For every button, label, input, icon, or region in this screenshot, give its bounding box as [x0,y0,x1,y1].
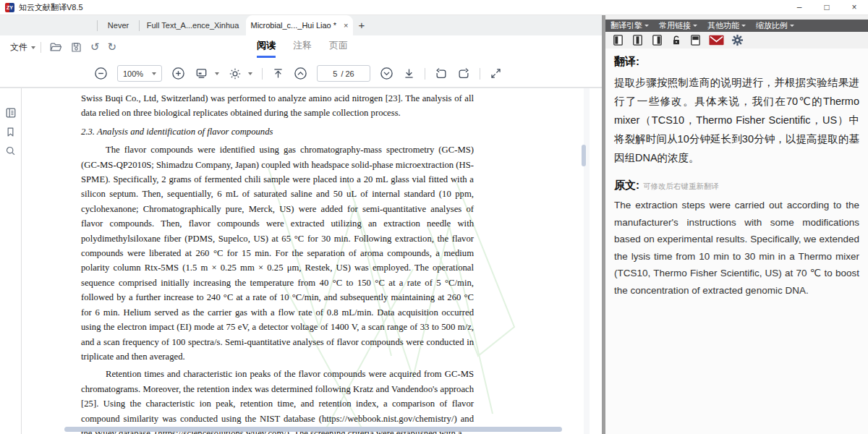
panel-menu-bar: 翻译引擎 常用链接 其他功能 缩放比例 [605,20,868,32]
horizontal-scrollbar-thumb[interactable] [64,427,562,432]
fullscreen-icon[interactable] [490,67,502,80]
file-menu-label: 文件 [10,41,27,54]
rotate-right-icon[interactable] [457,67,470,80]
split-view-icon[interactable] [689,34,702,46]
zoom-level-dropdown[interactable]: 100% [117,65,162,82]
menu-other-functions[interactable]: 其他功能 [707,20,746,31]
menu-translation-engine[interactable]: 翻译引擎 [610,20,649,31]
close-button[interactable]: × [841,0,868,14]
chevron-down-icon [248,72,252,75]
window-controls: – □ × [786,0,868,14]
page-total: / 26 [341,69,354,78]
original-label: 原文:可修改后右键重新翻译 [614,179,859,192]
panel-icon-row [605,32,868,48]
zoom-out-icon[interactable] [94,67,108,80]
chevron-down-icon [31,46,35,49]
layout-right-icon[interactable] [651,34,663,46]
layout-center-icon[interactable] [631,34,644,46]
open-file-icon[interactable] [49,41,62,54]
thumbnails-icon[interactable] [5,107,17,119]
scroll-to-top-icon[interactable] [272,67,284,80]
translation-panel: 翻译引擎 常用链接 其他功能 缩放比例 [605,15,868,434]
menu-row: 文件 ↺ ↻ 阅读 注释 页面 [0,35,605,60]
menu-label: 翻译引擎 [610,20,642,31]
paragraph[interactable]: The flavor compounds were identified usi… [81,142,474,364]
redo-icon[interactable]: ↻ [108,42,117,53]
divider [262,68,263,80]
translation-text: 提取步骤按照制造商的说明进行，并根据实验结果进行了一些修改。具体来说，我们在70… [614,73,859,167]
original-label-text: 原文: [614,179,639,191]
translation-label: 翻译: [614,55,859,69]
tab-annotate[interactable]: 注释 [293,39,312,58]
original-hint: 可修改后右键重新翻译 [643,182,719,190]
menu-label: 缩放比例 [756,20,788,31]
original-text[interactable]: The extraction steps were carried out ac… [614,197,859,299]
undo-icon[interactable]: ↺ [90,42,100,53]
next-page-icon[interactable] [380,67,393,80]
unlock-icon[interactable] [671,35,682,46]
section-heading[interactable]: 2.3. Analysis and identification of flav… [81,124,474,139]
document-text[interactable]: Swiss Buqi Co., Ltd, Switzerland) was pe… [81,91,474,434]
app-logo: ZY [5,3,14,12]
tab-page[interactable]: 页面 [329,39,348,58]
document-region: Never Full Text_A...ence_Xinhua Microbia… [0,15,605,434]
chevron-down-icon [741,25,746,27]
mail-icon[interactable] [709,35,724,46]
menu-label: 常用链接 [659,20,691,31]
pdf-viewer: Swiss Buqi Co., Ltd, Switzerland) was pe… [0,88,605,434]
chevron-down-icon [790,25,794,27]
tab-bar: Never Full Text_A...ence_Xinhua Microbia… [0,15,605,35]
bookmark-icon[interactable] [5,127,16,137]
zoom-level-value: 100% [123,69,143,78]
tab-close-icon[interactable]: × [344,21,348,30]
page-number-input[interactable]: 5 / 26 [317,65,370,82]
search-icon[interactable] [5,145,16,156]
chevron-down-icon [693,25,697,27]
paragraph[interactable]: Swiss Buqi Co., Ltd, Switzerland) was pe… [81,91,474,121]
viewer-sidebar [0,88,22,434]
settings-gear-icon[interactable] [731,34,744,46]
maximize-button[interactable]: □ [813,0,841,14]
page-current: 5 [333,69,337,78]
menu-label: 其他功能 [707,20,739,31]
title-bar: ZY 知云文献翻译V8.5 – □ × [0,0,868,15]
rotate-left-icon[interactable] [435,67,448,80]
chevron-down-icon [152,72,156,75]
tab-label: Never [108,21,129,30]
pdf-page: Swiss Buqi Co., Ltd, Switzerland) was pe… [22,88,592,434]
menu-common-links[interactable]: 常用链接 [659,20,697,31]
brightness-dropdown[interactable] [229,67,252,80]
new-tab-button[interactable]: + [354,18,369,33]
toolbar: 100% 5 / 26 [0,60,605,88]
view-mode-tabs: 阅读 注释 页面 [257,39,348,58]
app-title: 知云文献翻译V8.5 [19,2,83,13]
file-menu[interactable]: 文件 [10,41,35,54]
divider [480,68,480,80]
divider [425,68,425,80]
tab-never[interactable]: Never [98,15,139,35]
paragraph[interactable]: Retention times and characteristic ion p… [81,367,474,434]
zoom-in-icon[interactable] [171,67,185,80]
download-icon[interactable] [403,67,415,80]
divider [41,42,41,53]
menu-zoom-ratio[interactable]: 缩放比例 [756,20,794,31]
layout-left-icon[interactable] [612,34,624,46]
vertical-scrollbar[interactable] [584,88,590,434]
tab-label: Microbial_c..._Hui Liao * [250,21,336,30]
vertical-scrollbar-thumb[interactable] [582,145,586,166]
chevron-down-icon [644,25,649,27]
chevron-down-icon [215,72,219,75]
tab-label: Full Text_A...ence_Xinhua [147,21,239,30]
save-icon[interactable] [70,41,82,54]
page-fit-dropdown[interactable] [195,67,219,80]
minimize-button[interactable]: – [786,0,813,14]
previous-page-icon[interactable] [294,67,307,80]
tab-read[interactable]: 阅读 [257,39,276,58]
tab-fulltext[interactable]: Full Text_A...ence_Xinhua [140,15,246,35]
panel-content: 翻译: 提取步骤按照制造商的说明进行，并根据实验结果进行了一些修改。具体来说，我… [605,48,868,299]
tab-microbial-active[interactable]: Microbial_c..._Hui Liao * × [246,15,353,35]
